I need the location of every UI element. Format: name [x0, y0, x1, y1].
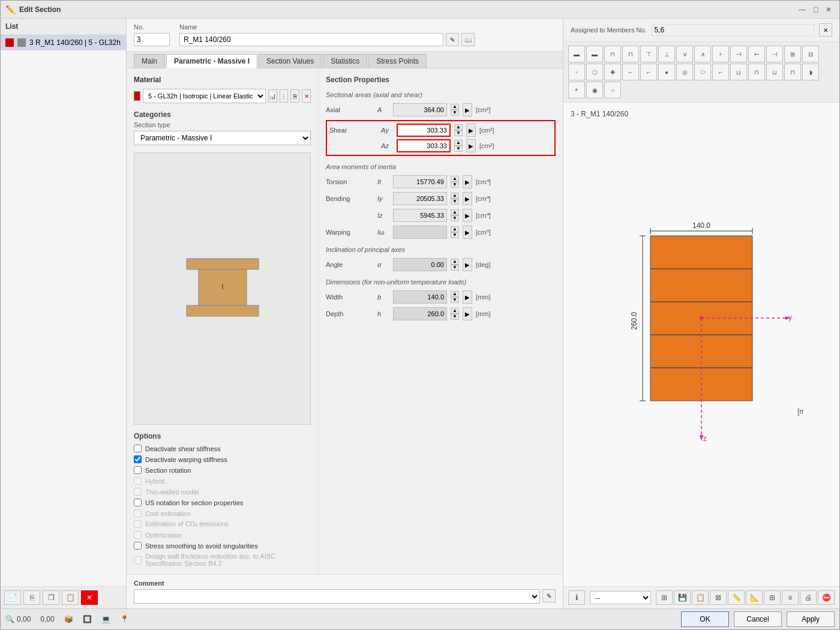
- option-deactivate-shear[interactable]: Deactivate shear stiffness: [134, 445, 311, 452]
- bending-iz-input[interactable]: [393, 209, 447, 222]
- shape-u2-button[interactable]: ⊓: [748, 64, 765, 80]
- angle-down-button[interactable]: ▼: [451, 265, 459, 271]
- shear-az-down-button[interactable]: ▼: [454, 146, 463, 152]
- warping-arrow-button[interactable]: ▶: [463, 226, 472, 239]
- tab-section-values[interactable]: Section Values: [259, 54, 322, 68]
- material-grid-button[interactable]: ⋮: [280, 89, 289, 103]
- angle-up-button[interactable]: ▲: [451, 259, 459, 265]
- torsion-up-button[interactable]: ▲: [451, 176, 459, 182]
- shape-pipe2-button[interactable]: ○: [604, 82, 621, 98]
- shape-trapz-button[interactable]: ⌖: [568, 82, 585, 98]
- shape-c1-button[interactable]: ⊢: [748, 46, 765, 62]
- option-deactivate-warping-checkbox[interactable]: [134, 455, 142, 463]
- depth-down-button[interactable]: ▼: [451, 314, 459, 320]
- apply-button[interactable]: Apply: [787, 611, 835, 627]
- shape-circ-button[interactable]: ●: [658, 64, 675, 80]
- shape-z1-button[interactable]: ⊦: [712, 46, 729, 62]
- delete-button[interactable]: ✕: [81, 590, 98, 605]
- width-arrow-button[interactable]: ▶: [463, 290, 472, 304]
- copy-button[interactable]: ❐: [43, 590, 59, 605]
- axial-up-button[interactable]: ▲: [451, 104, 459, 110]
- bending-iy-down-button[interactable]: ▼: [451, 199, 459, 205]
- bending-iz-arrow-button[interactable]: ▶: [463, 209, 472, 222]
- axial-arrow-button[interactable]: ▶: [463, 103, 472, 116]
- option-us-notation-checkbox[interactable]: [134, 499, 142, 506]
- option-section-rotation[interactable]: Section rotation: [134, 466, 311, 474]
- axial-input[interactable]: [393, 103, 447, 116]
- view-button-2[interactable]: 💾: [674, 590, 691, 605]
- view-button-3[interactable]: 📋: [692, 590, 709, 605]
- section-type-select[interactable]: Parametric - Massive I: [134, 131, 311, 145]
- comment-select[interactable]: [134, 589, 540, 604]
- warping-input[interactable]: [393, 226, 447, 239]
- shape-rect-button[interactable]: ▬: [568, 46, 585, 62]
- name-edit-button[interactable]: ✎: [446, 33, 459, 46]
- view-button-4[interactable]: ⊠: [710, 590, 727, 605]
- shear-ay-down-button[interactable]: ▼: [454, 130, 463, 136]
- shape-box-button[interactable]: ▫: [568, 64, 585, 80]
- width-down-button[interactable]: ▼: [451, 297, 459, 303]
- bending-iy-up-button[interactable]: ▲: [451, 193, 459, 199]
- warping-up-button[interactable]: ▲: [451, 226, 459, 232]
- shape-ellipse-button[interactable]: ⬭: [694, 64, 711, 80]
- list-item[interactable]: 3 R_M1 140/260 | 5 - GL32h: [1, 35, 126, 50]
- shape-i2-button[interactable]: ⊓: [622, 46, 639, 62]
- bending-iz-down-button[interactable]: ▼: [451, 215, 459, 221]
- duplicate-button[interactable]: ⎘: [23, 590, 40, 605]
- material-copy-button[interactable]: ⎘: [290, 89, 299, 103]
- tab-parametric[interactable]: Parametric - Massive I: [166, 54, 257, 68]
- shape-v2-button[interactable]: ∧: [694, 46, 711, 62]
- close-button[interactable]: ✕: [823, 4, 835, 16]
- shape-u1-button[interactable]: ⊔: [730, 64, 747, 80]
- option-stress-smoothing[interactable]: Stress smoothing to avoid singularities: [134, 542, 311, 550]
- assigned-value-input[interactable]: [652, 24, 814, 36]
- shape-cross-button[interactable]: ✚: [604, 64, 621, 80]
- bending-iy-arrow-button[interactable]: ▶: [463, 192, 472, 205]
- view-button-6[interactable]: 📐: [746, 590, 763, 605]
- status-select[interactable]: --: [590, 591, 651, 604]
- tab-statistics[interactable]: Statistics: [323, 54, 367, 68]
- shear-az-arrow-button[interactable]: ▶: [466, 139, 476, 152]
- option-us-notation[interactable]: US notation for section properties: [134, 499, 311, 506]
- shape-hex-button[interactable]: ⬡: [586, 64, 603, 80]
- depth-up-button[interactable]: ▲: [451, 308, 459, 314]
- material-chart-button[interactable]: 📊: [268, 89, 277, 103]
- shape-l2-button[interactable]: ⌐: [640, 64, 657, 80]
- no-input[interactable]: [134, 33, 170, 46]
- width-input[interactable]: [393, 290, 447, 304]
- shear-ay-input[interactable]: [397, 124, 451, 137]
- warping-down-button[interactable]: ▼: [451, 232, 459, 238]
- view-button-5[interactable]: 📏: [728, 590, 745, 605]
- shape-w1-button[interactable]: ⊞: [784, 46, 801, 62]
- shape-u4-button[interactable]: ⊓: [784, 64, 801, 80]
- restore-button[interactable]: ⎕: [809, 4, 821, 16]
- comment-edit-button[interactable]: ✎: [542, 589, 556, 602]
- cancel-button[interactable]: Cancel: [734, 611, 782, 627]
- bending-iz-up-button[interactable]: ▲: [451, 209, 459, 215]
- option-deactivate-warping[interactable]: Deactivate warping stiffness: [134, 455, 311, 463]
- shape-i1-button[interactable]: ⊓: [604, 46, 621, 62]
- assigned-edit-button[interactable]: ✕: [819, 23, 832, 37]
- shape-semi-button[interactable]: ◗: [802, 64, 819, 80]
- option-deactivate-shear-checkbox[interactable]: [134, 445, 142, 452]
- angle-arrow-button[interactable]: ▶: [463, 258, 472, 271]
- shape-u3-button[interactable]: ⊔: [766, 64, 783, 80]
- material-delete-button[interactable]: ✕: [302, 89, 311, 103]
- shear-ay-up-button[interactable]: ▲: [454, 124, 463, 130]
- shape-v1-button[interactable]: ∨: [676, 46, 693, 62]
- shape-l3-button[interactable]: ⌐: [712, 64, 729, 80]
- torsion-arrow-button[interactable]: ▶: [463, 175, 472, 188]
- name-input[interactable]: [179, 33, 443, 46]
- view-button-1[interactable]: ⊞: [656, 590, 673, 605]
- info-button[interactable]: ℹ: [568, 590, 585, 605]
- shear-ay-arrow-button[interactable]: ▶: [466, 124, 476, 137]
- shape-w2-button[interactable]: ⊟: [802, 46, 819, 62]
- material-select[interactable]: 5 - GL32h | Isotropic | Linear Elastic: [143, 89, 266, 103]
- torsion-down-button[interactable]: ▼: [451, 182, 459, 188]
- view-button-8[interactable]: ≡: [782, 590, 799, 605]
- shape-rect2-button[interactable]: ▬: [586, 46, 603, 62]
- view-button-7[interactable]: ⊞: [764, 590, 781, 605]
- name-book-button[interactable]: 📖: [461, 33, 475, 46]
- tab-main[interactable]: Main: [134, 54, 165, 68]
- tab-stress-points[interactable]: Stress Points: [368, 54, 427, 68]
